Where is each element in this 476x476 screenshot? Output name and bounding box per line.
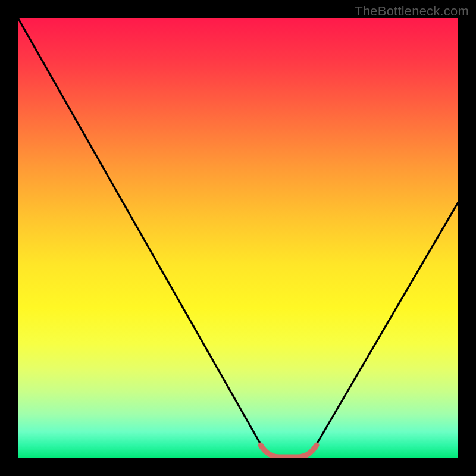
chart-svg [18,18,458,458]
chart-plot-area [18,18,458,458]
watermark-label: TheBottleneck.com [355,4,469,19]
bottleneck-curve-line [18,18,458,458]
optimal-zone-marker [261,445,317,457]
